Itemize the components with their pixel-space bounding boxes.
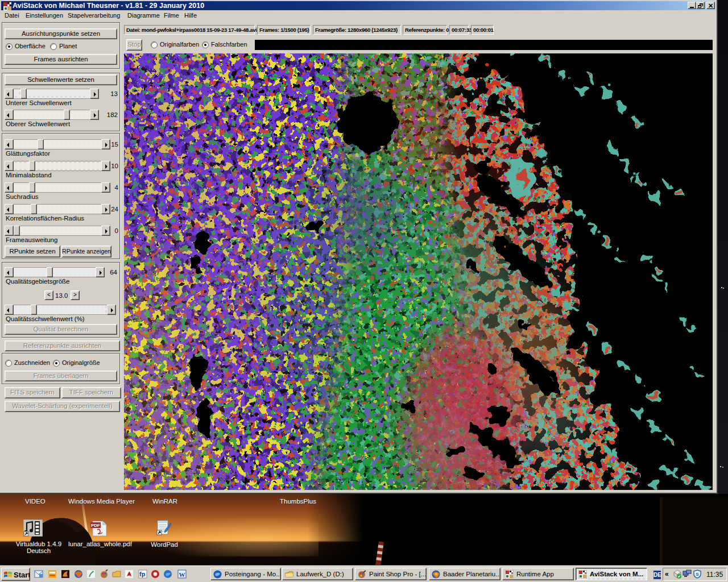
svg-text:S: S [696, 572, 699, 577]
svg-text:W: W [179, 571, 185, 578]
svg-text:fp: fp [139, 571, 146, 577]
svg-text:PDF: PDF [91, 523, 100, 528]
